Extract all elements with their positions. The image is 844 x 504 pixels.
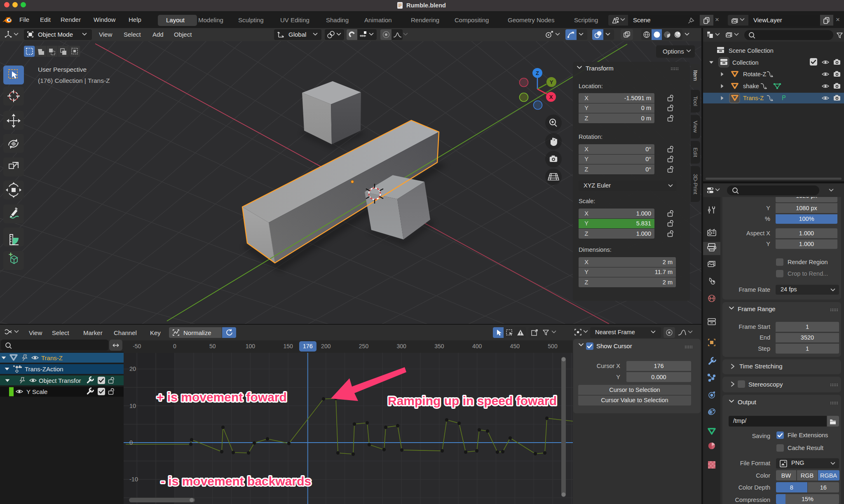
svg-text:+ is movement foward: + is movement foward xyxy=(157,390,287,404)
svg-text:20: 20 xyxy=(129,366,136,372)
svg-text:shake: shake xyxy=(743,83,759,89)
svg-text:- is movement backwards: - is movement backwards xyxy=(161,474,311,488)
svg-text:Trans-Z: Trans-Z xyxy=(743,95,764,101)
svg-text:Y: Y xyxy=(550,79,553,85)
svg-text:User Perspective: User Perspective xyxy=(38,66,87,73)
svg-text:Rotate-Z: Rotate-Z xyxy=(743,71,767,77)
svg-text:Y Scale: Y Scale xyxy=(26,388,47,395)
svg-text:Options: Options xyxy=(663,48,684,55)
svg-text:0: 0 xyxy=(129,439,133,446)
svg-text:Object Transfor: Object Transfor xyxy=(39,377,81,384)
svg-text:X: X xyxy=(549,94,553,100)
svg-text:Collection: Collection xyxy=(732,59,759,66)
svg-text:(176) Collection | Trans-Z: (176) Collection | Trans-Z xyxy=(38,77,110,84)
svg-text:10: 10 xyxy=(129,403,136,409)
svg-text:Ramping up in speed foward: Ramping up in speed foward xyxy=(388,394,557,408)
svg-text:Z: Z xyxy=(536,70,539,76)
svg-text:Scene Collection: Scene Collection xyxy=(729,47,774,54)
svg-text:Trans-ZAction: Trans-ZAction xyxy=(25,366,63,373)
svg-text:-10: -10 xyxy=(129,476,138,483)
svg-text:Trans-Z: Trans-Z xyxy=(41,354,63,361)
